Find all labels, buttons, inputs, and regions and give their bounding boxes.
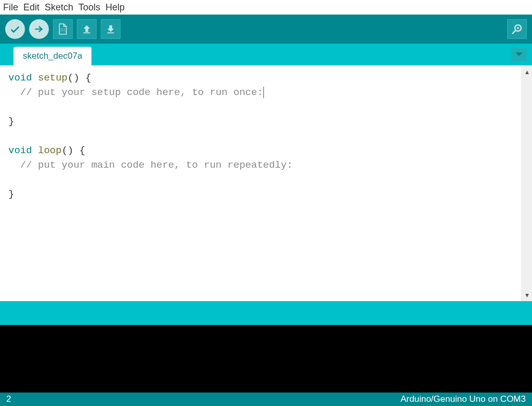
board-port-label: Arduino/Genuino Uno on COM3	[401, 394, 526, 404]
text-cursor	[263, 87, 264, 98]
comment: // put your main code here, to run repea…	[8, 159, 292, 171]
menu-tools[interactable]: Tools	[78, 2, 100, 13]
new-button[interactable]	[53, 19, 73, 39]
svg-point-3	[61, 31, 62, 32]
check-icon	[9, 23, 21, 35]
footer-bar: 2 Arduino/Genuino Uno on COM3	[0, 393, 532, 406]
svg-point-5	[64, 31, 65, 32]
svg-point-2	[64, 29, 65, 30]
svg-rect-6	[84, 32, 90, 33]
status-strip	[0, 301, 532, 325]
menu-sketch[interactable]: Sketch	[45, 2, 73, 13]
arrow-right-icon	[33, 23, 45, 35]
code-text: () {	[68, 72, 91, 84]
save-button[interactable]	[101, 19, 121, 39]
svg-rect-7	[108, 32, 114, 33]
keyword: void	[8, 145, 32, 156]
upload-button[interactable]	[29, 19, 49, 39]
code-text: }	[8, 116, 14, 127]
console-output	[0, 325, 532, 393]
arrow-up-icon	[81, 23, 92, 35]
code-text: () {	[62, 145, 86, 156]
tab-menu-button[interactable]	[511, 48, 527, 61]
chevron-down-icon	[515, 51, 523, 58]
function-name: setup	[32, 72, 68, 84]
tab-sketch[interactable]: sketch_dec07a	[14, 47, 91, 65]
line-number: 2	[6, 394, 11, 404]
menu-bar: File Edit Sketch Tools Help	[0, 0, 532, 15]
svg-point-1	[62, 29, 63, 30]
editor-area: void setup() { // put your setup code he…	[0, 65, 532, 301]
menu-file[interactable]: File	[3, 2, 18, 13]
scroll-down-icon[interactable]: ▾	[525, 289, 529, 301]
verify-button[interactable]	[5, 19, 25, 39]
tab-bar: sketch_dec07a	[0, 44, 532, 65]
svg-point-4	[62, 31, 63, 32]
svg-line-9	[512, 31, 515, 34]
comment: // put your setup code here, to run once…	[8, 87, 263, 98]
keyword: void	[8, 72, 32, 84]
serial-monitor-button[interactable]	[507, 19, 527, 39]
code-text: }	[8, 188, 14, 200]
magnifier-icon	[511, 23, 523, 35]
function-name: loop	[32, 145, 62, 156]
toolbar	[0, 15, 532, 44]
scroll-up-icon[interactable]: ▴	[525, 65, 529, 78]
vertical-scrollbar[interactable]: ▴ ▾	[521, 65, 532, 301]
open-button[interactable]	[77, 19, 97, 39]
svg-point-0	[61, 29, 62, 30]
menu-help[interactable]: Help	[105, 2, 125, 13]
new-file-icon	[58, 23, 68, 35]
menu-edit[interactable]: Edit	[23, 2, 39, 13]
arrow-down-icon	[105, 23, 116, 35]
svg-point-10	[517, 27, 519, 29]
code-editor[interactable]: void setup() { // put your setup code he…	[0, 65, 521, 301]
